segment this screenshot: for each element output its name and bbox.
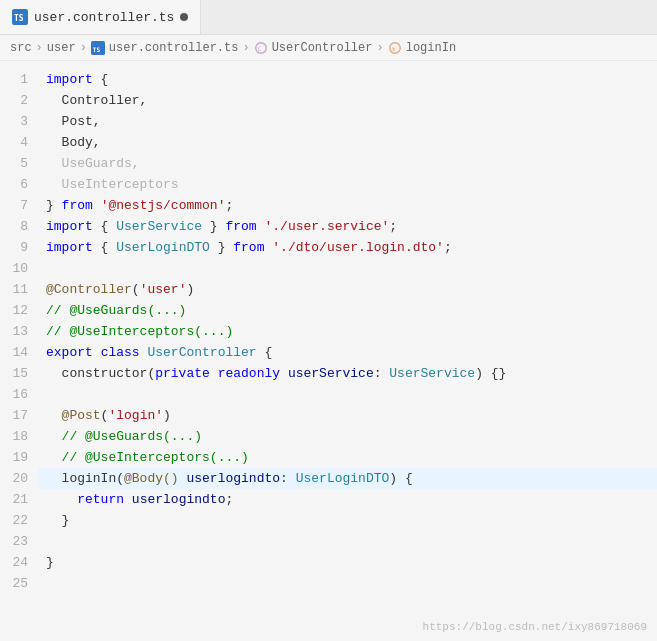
code-line-16 — [46, 384, 657, 405]
tab-modified-dot — [180, 13, 188, 21]
code-line-15: constructor(private readonly userService… — [46, 363, 657, 384]
code-line-11: @Controller('user') — [46, 279, 657, 300]
breadcrumb-method: loginIn — [406, 41, 456, 55]
method-icon: m — [388, 41, 402, 55]
watermark: https://blog.csdn.net/ixy869718069 — [423, 621, 647, 633]
code-line-8: import { UserService } from './user.serv… — [46, 216, 657, 237]
code-line-9: import { UserLoginDTO } from './dto/user… — [46, 237, 657, 258]
breadcrumb-sep-3: › — [242, 41, 249, 55]
breadcrumb-file: user.controller.ts — [109, 41, 239, 55]
code-line-3: Post, — [46, 111, 657, 132]
code-line-13: // @UseInterceptors(...) — [46, 321, 657, 342]
tab-bar: TS user.controller.ts — [0, 0, 657, 35]
code-line-18: // @UseGuards(...) — [46, 426, 657, 447]
breadcrumb-sep-2: › — [80, 41, 87, 55]
code-line-14: export class UserController { — [46, 342, 657, 363]
breadcrumb-src: src — [10, 41, 32, 55]
svg-text:TS: TS — [14, 14, 24, 23]
code-line-12: // @UseGuards(...) — [46, 300, 657, 321]
breadcrumb-sep-4: › — [376, 41, 383, 55]
controller-icon: TS — [91, 41, 105, 55]
line-numbers: 1234567891011121314151617181920212223242… — [0, 61, 38, 641]
svg-text:m: m — [391, 44, 395, 51]
code-container: 1234567891011121314151617181920212223242… — [0, 61, 657, 641]
svg-text:TS: TS — [93, 45, 101, 52]
code-line-1: import { — [46, 69, 657, 90]
code-line-17: @Post('login') — [46, 405, 657, 426]
code-content[interactable]: import { Controller, Post, Body, UseGuar… — [38, 61, 657, 641]
breadcrumb-user: user — [47, 41, 76, 55]
code-line-2: Controller, — [46, 90, 657, 111]
ts-file-icon: TS — [12, 9, 28, 25]
code-line-25 — [46, 573, 657, 594]
code-line-7: } from '@nestjs/common'; — [46, 195, 657, 216]
code-line-5: UseGuards, — [46, 153, 657, 174]
breadcrumb: src › user › TS user.controller.ts › C U… — [0, 35, 657, 61]
tab-user-controller[interactable]: TS user.controller.ts — [0, 0, 201, 34]
class-icon: C — [254, 41, 268, 55]
code-line-19: // @UseInterceptors(...) — [46, 447, 657, 468]
tab-filename: user.controller.ts — [34, 10, 174, 25]
code-line-4: Body, — [46, 132, 657, 153]
breadcrumb-class: UserController — [272, 41, 373, 55]
code-line-20: loginIn(@Body() userlogindto: UserLoginD… — [38, 468, 657, 489]
code-line-6: UseInterceptors — [46, 174, 657, 195]
code-line-10 — [46, 258, 657, 279]
breadcrumb-sep-1: › — [36, 41, 43, 55]
code-line-21: return userlogindto; — [46, 489, 657, 510]
code-line-22: } — [46, 510, 657, 531]
svg-text:C: C — [257, 44, 261, 51]
code-line-24: } — [46, 552, 657, 573]
code-line-23 — [46, 531, 657, 552]
